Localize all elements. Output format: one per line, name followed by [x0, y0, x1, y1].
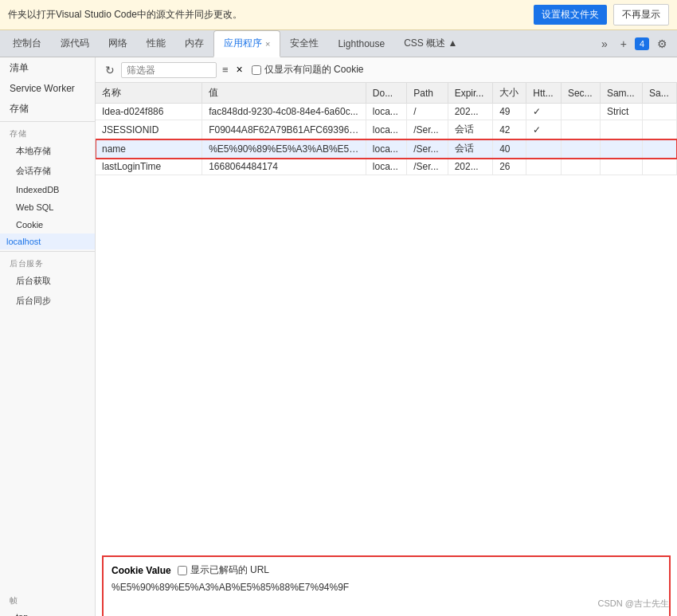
table-cell: lastLoginTime [96, 159, 202, 175]
col-value[interactable]: 值 [202, 83, 366, 104]
table-cell: 42 [493, 120, 526, 139]
col-secure[interactable]: Sec... [561, 83, 600, 104]
tab-sources[interactable]: 源代码 [51, 30, 99, 57]
tab-security[interactable]: 安全性 [280, 30, 328, 57]
table-cell: 26 [493, 159, 526, 175]
sidebar-item-cookies[interactable]: Cookie [0, 216, 95, 233]
tab-css-overview[interactable]: CSS 概述 ▲ [394, 30, 467, 57]
tab-network[interactable]: 网络 [99, 30, 137, 57]
table-cell: Strict [600, 104, 642, 120]
table-cell: Idea-d024f886 [96, 104, 202, 120]
table-cell: 49 [493, 104, 526, 120]
col-httponly[interactable]: Htt... [526, 83, 562, 104]
col-samesite[interactable]: Sam... [600, 83, 642, 104]
right-panel: ↻ ≡ × 仅显示有问题的 Cookie 名称 值 Do... Path Exp… [96, 57, 677, 616]
table-cell: F09044A8F62A79B61AFC6939639... [202, 120, 366, 139]
tab-memory[interactable]: 内存 [175, 30, 213, 57]
table-cell: 40 [493, 139, 526, 159]
only-issues-checkbox[interactable] [252, 65, 261, 75]
sidebar-item-session-storage[interactable]: 会话存储 [0, 161, 95, 181]
col-name[interactable]: 名称 [96, 83, 202, 104]
top-banner: 件夹以打开Visual Studio Code中的源文件并同步更改。 设置根文件… [0, 0, 677, 30]
table-cell [561, 104, 600, 120]
col-domain[interactable]: Do... [366, 83, 406, 104]
banner-text: 件夹以打开Visual Studio Code中的源文件并同步更改。 [8, 8, 527, 22]
table-cell: %E5%90%89%E5%A3%AB%E5%8... [202, 139, 366, 159]
show-decoded-checkbox[interactable] [178, 566, 187, 575]
table-cell [643, 139, 677, 159]
sidebar-cookie-host[interactable]: localhost [0, 233, 95, 249]
table-cell: name [96, 139, 202, 159]
table-cell [643, 104, 677, 120]
sidebar-item-manifest[interactable]: 清单 [0, 57, 95, 79]
sidebar-item-websql[interactable]: Web SQL [0, 198, 95, 216]
table-row[interactable]: name%E5%90%89%E5%A3%AB%E5%8...loca.../Se… [96, 139, 677, 159]
tab-console[interactable]: 控制台 [3, 30, 51, 57]
sidebar: 清单 Service Worker 存储 存储 本地存储 会话存储 Indexe… [0, 57, 96, 616]
table-cell [600, 120, 642, 139]
devtools-tab-bar: 控制台 源代码 网络 性能 内存 应用程序 × 安全性 Lighthouse C… [0, 30, 677, 57]
table-cell [526, 159, 562, 175]
table-cell: fac848dd-9230-4c08-84e4-6a60c... [202, 104, 366, 120]
sidebar-item-indexeddb[interactable]: IndexedDB [0, 181, 95, 198]
setup-root-folder-button[interactable]: 设置根文件夹 [534, 5, 607, 25]
tab-lighthouse[interactable]: Lighthouse [328, 30, 394, 57]
sidebar-label-background: 后台服务 [0, 253, 95, 271]
table-header-row: 名称 值 Do... Path Expir... 大小 Htt... Sec..… [96, 83, 677, 104]
sidebar-label-storage: 存储 [0, 124, 95, 141]
only-issues-label[interactable]: 仅显示有问题的 Cookie [252, 63, 364, 77]
table-cell: ✓ [526, 104, 562, 120]
filter-input[interactable] [121, 62, 217, 78]
table-cell [526, 139, 562, 159]
table-cell: / [407, 104, 448, 120]
sidebar-item-bg-sync[interactable]: 后台同步 [0, 291, 95, 311]
table-cell [600, 159, 642, 175]
table-cell [561, 139, 600, 159]
table-cell [643, 159, 677, 175]
table-cell: 会话 [448, 139, 493, 159]
tab-performance[interactable]: 性能 [137, 30, 175, 57]
notification-badge: 4 [635, 37, 649, 50]
cookie-value-title: Cookie Value [112, 565, 171, 576]
cookie-value-text: %E5%90%89%E5%A3%AB%E5%85%88%E7%94%9F [112, 582, 661, 593]
watermark: CSDN @吉士先生 [598, 598, 669, 610]
main-area: 清单 Service Worker 存储 存储 本地存储 会话存储 Indexe… [0, 57, 677, 616]
tab-application-close[interactable]: × [265, 39, 270, 49]
table-cell: /Ser... [407, 159, 448, 175]
col-size[interactable]: 大小 [493, 83, 526, 104]
settings-icon[interactable]: ⚙ [651, 34, 674, 53]
table-cell: JSESSIONID [96, 120, 202, 139]
table-row[interactable]: JSESSIONIDF09044A8F62A79B61AFC6939639...… [96, 120, 677, 139]
sidebar-item-local-storage[interactable]: 本地存储 [0, 141, 95, 161]
cookie-value-panel: Cookie Value 显示已解码的 URL %E5%90%89%E5%A3%… [102, 555, 671, 616]
tab-application[interactable]: 应用程序 × [213, 30, 280, 57]
filter-icon[interactable]: ≡ [220, 62, 231, 77]
dismiss-banner-button[interactable]: 不再显示 [613, 4, 669, 26]
cookie-table: 名称 值 Do... Path Expir... 大小 Htt... Sec..… [96, 83, 677, 175]
clear-filter-button[interactable]: × [234, 57, 245, 83]
more-tabs-button[interactable]: » [595, 34, 614, 53]
table-cell: /Ser... [407, 120, 448, 139]
table-cell: loca... [366, 159, 406, 175]
cookie-table-wrapper[interactable]: 名称 值 Do... Path Expir... 大小 Htt... Sec..… [96, 83, 677, 549]
sidebar-item-top[interactable]: top [0, 608, 95, 616]
refresh-button[interactable]: ↻ [102, 62, 118, 78]
cookie-value-header: Cookie Value 显示已解码的 URL [112, 563, 661, 577]
table-cell: loca... [366, 139, 406, 159]
table-cell: 202... [448, 159, 493, 175]
table-cell: 1668064484174 [202, 159, 366, 175]
sidebar-item-bg-fetch[interactable]: 后台获取 [0, 271, 95, 291]
col-path[interactable]: Path [407, 83, 448, 104]
show-decoded-label[interactable]: 显示已解码的 URL [178, 563, 269, 577]
col-sa[interactable]: Sa... [643, 83, 677, 104]
table-row[interactable]: Idea-d024f886fac848dd-9230-4c08-84e4-6a6… [96, 104, 677, 120]
col-expires[interactable]: Expir... [448, 83, 493, 104]
table-cell: loca... [366, 120, 406, 139]
sidebar-item-storage[interactable]: 存储 [0, 98, 95, 120]
table-row[interactable]: lastLoginTime1668064484174loca.../Ser...… [96, 159, 677, 175]
table-cell [561, 159, 600, 175]
table-cell: 202... [448, 104, 493, 120]
sidebar-item-service-worker[interactable]: Service Worker [0, 79, 95, 98]
table-cell: ✓ [526, 120, 562, 139]
add-tab-button[interactable]: + [614, 34, 633, 53]
